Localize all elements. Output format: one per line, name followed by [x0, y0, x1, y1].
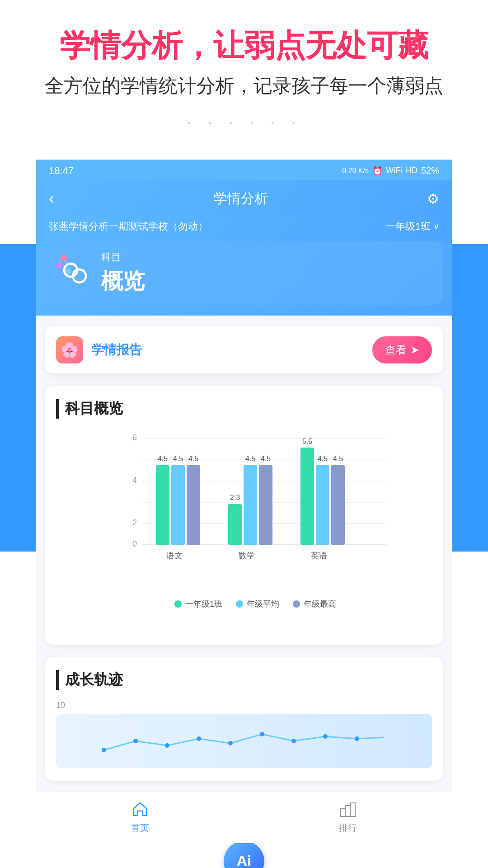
class-selector[interactable]: 一年级1班 ∨ — [385, 220, 439, 233]
settings-button[interactable]: ⚙ — [427, 191, 439, 207]
app-header: ‹ 学情分析 ⚙ — [36, 180, 452, 215]
promo-area: 学情分析，让弱点无处可藏 全方位的学情统计分析，记录孩子每一个薄弱点 · · ·… — [0, 0, 488, 160]
report-title: 学情报告 — [91, 341, 142, 359]
svg-text:2: 2 — [132, 518, 137, 527]
svg-text:6: 6 — [132, 434, 137, 442]
tab-card[interactable]: 科目 概览 — [45, 241, 443, 305]
arrow-icon: ➤ — [410, 344, 419, 356]
growth-section: 成长轨迹 10 — [45, 657, 443, 781]
tab-label-area: 科目 概览 — [101, 250, 432, 296]
tab-overview-label: 概览 — [101, 267, 432, 296]
svg-text:4.5: 4.5 — [158, 455, 168, 462]
svg-text:4.5: 4.5 — [333, 455, 343, 462]
nav-home[interactable]: 首页 — [104, 799, 176, 834]
status-icons: 0.20 K/s ⏰ WiFi HD 52% — [342, 165, 439, 176]
svg-point-37 — [228, 741, 233, 745]
legend-dot-class — [174, 600, 182, 608]
svg-point-35 — [165, 743, 169, 748]
svg-rect-16 — [187, 465, 200, 545]
svg-text:4.5: 4.5 — [318, 455, 328, 462]
legend-avg: 年级平均 — [236, 599, 279, 609]
nav-home-label: 首页 — [131, 822, 149, 834]
school-bar: 张燕学情分析一期测试学校（勿动） 一年级1班 ∨ — [36, 215, 452, 241]
school-name: 张燕学情分析一期测试学校（勿动） — [49, 220, 208, 233]
legend-class: 一年级1班 — [174, 599, 222, 609]
signal-icon: HD — [406, 166, 418, 175]
status-time: 18:47 — [49, 165, 74, 177]
legend-max: 年级最高 — [293, 599, 336, 609]
view-report-button[interactable]: 查看 ➤ — [372, 336, 432, 363]
report-card: 🌸 学情报告 查看 ➤ — [45, 326, 443, 373]
svg-point-34 — [133, 739, 138, 743]
chart-legend: 一年级1班 年级平均 年级最高 — [79, 599, 432, 609]
svg-point-40 — [323, 734, 328, 739]
network-speed: 0.20 K/s — [342, 167, 369, 175]
dots-decoration: · · · · · · — [18, 112, 470, 132]
svg-rect-42 — [341, 808, 345, 816]
svg-rect-44 — [351, 803, 355, 816]
svg-point-36 — [197, 736, 201, 741]
growth-y-max: 10 — [56, 701, 432, 710]
svg-point-39 — [291, 739, 296, 743]
svg-point-38 — [260, 732, 264, 736]
promo-subtitle: 全方位的学情统计分析，记录孩子每一个薄弱点 — [18, 73, 470, 99]
chevron-down-icon: ∨ — [433, 222, 439, 231]
rank-icon — [338, 799, 358, 819]
svg-text:0: 0 — [132, 539, 137, 548]
svg-rect-23 — [259, 465, 272, 545]
nav-rank-label: 排行 — [339, 822, 357, 834]
svg-text:英语: 英语 — [311, 551, 327, 560]
svg-text:数学: 数学 — [239, 551, 255, 560]
page-root: 学情分析，让弱点无处可藏 全方位的学情统计分析，记录孩子每一个薄弱点 · · ·… — [0, 0, 488, 868]
status-bar: 18:47 0.20 K/s ⏰ WiFi HD 52% — [36, 160, 452, 180]
home-icon — [130, 799, 150, 819]
svg-rect-30 — [331, 465, 345, 545]
class-name: 一年级1班 — [385, 220, 431, 233]
content-area: 🌸 学情报告 查看 ➤ 科目概览 — [36, 316, 452, 792]
report-left: 🌸 学情报告 — [56, 336, 142, 363]
back-button[interactable]: ‹ — [49, 190, 54, 207]
legend-dot-avg — [236, 600, 243, 608]
svg-text:4.5: 4.5 — [261, 455, 271, 462]
chain-link-icon — [61, 259, 89, 288]
svg-rect-12 — [156, 465, 169, 545]
growth-title: 成长轨迹 — [56, 670, 432, 690]
svg-point-33 — [102, 748, 106, 752]
legend-dot-max — [293, 600, 300, 608]
svg-text:4: 4 — [132, 476, 137, 485]
svg-text:语文: 语文 — [166, 551, 183, 560]
main-content: 学情分析，让弱点无处可藏 全方位的学情统计分析，记录孩子每一个薄弱点 · · ·… — [0, 0, 488, 868]
report-icon: 🌸 — [56, 336, 83, 363]
battery-icon: 52% — [421, 165, 439, 176]
svg-rect-19 — [228, 504, 242, 545]
header-title: 学情分析 — [214, 189, 268, 208]
wifi-icon: WiFi — [386, 166, 402, 175]
phone-mockup: 18:47 0.20 K/s ⏰ WiFi HD 52% ‹ 学情分析 ⚙ 张燕… — [36, 160, 452, 843]
svg-rect-26 — [300, 448, 314, 545]
bottom-nav: 首页 排行 — [36, 792, 452, 843]
tab-icon-decoration — [56, 255, 92, 291]
promo-title: 学情分析，让弱点无处可藏 — [18, 27, 470, 64]
bar-chart-svg: 6 4 2 0 4.5 4.5 — [79, 434, 432, 588]
legend-max-label: 年级最高 — [304, 599, 336, 609]
growth-chart — [56, 714, 432, 768]
svg-rect-43 — [346, 806, 350, 816]
legend-class-label: 一年级1班 — [185, 599, 222, 609]
svg-text:4.5: 4.5 — [245, 455, 255, 462]
svg-text:4.5: 4.5 — [173, 455, 183, 462]
svg-text:2.3: 2.3 — [230, 494, 240, 501]
svg-point-41 — [355, 736, 359, 741]
view-label: 查看 — [385, 343, 407, 357]
subject-overview-title: 科目概览 — [56, 399, 432, 419]
ai-area: Ai — [0, 848, 488, 868]
nav-rank[interactable]: 排行 — [312, 799, 384, 834]
growth-chart-svg — [56, 714, 432, 768]
subject-overview-section: 科目概览 6 4 — [45, 386, 443, 645]
alarm-icon: ⏰ — [372, 166, 382, 176]
svg-text:5.5: 5.5 — [302, 438, 312, 445]
svg-rect-28 — [316, 465, 329, 545]
ai-button[interactable]: Ai — [224, 841, 264, 868]
tab-area: 科目 概览 — [36, 241, 452, 316]
bar-chart: 6 4 2 0 4.5 4.5 — [56, 429, 432, 632]
svg-rect-14 — [171, 465, 185, 545]
